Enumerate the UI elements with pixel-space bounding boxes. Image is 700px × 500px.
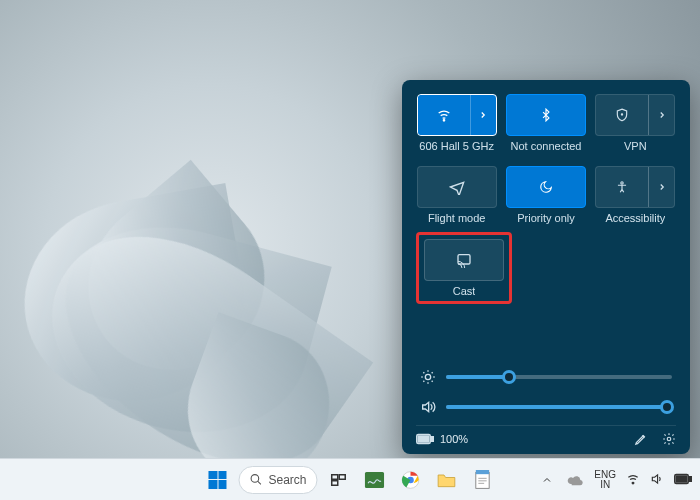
- svg-point-9: [251, 475, 259, 483]
- pinned-app-1[interactable]: [360, 465, 390, 495]
- tray-battery[interactable]: [674, 473, 692, 487]
- wifi-toggle[interactable]: [418, 95, 470, 135]
- svg-rect-21: [676, 476, 687, 482]
- desktop-wallpaper: 606 Hall 5 GHz Not connected VPN: [0, 0, 700, 500]
- language-bottom: IN: [600, 480, 610, 490]
- shield-icon: [615, 108, 629, 122]
- chrome-icon: [401, 470, 421, 490]
- bluetooth-label: Not connected: [511, 140, 582, 152]
- quick-tiles-grid: 606 Hall 5 GHz Not connected VPN: [416, 94, 676, 224]
- brightness-track[interactable]: [446, 375, 672, 379]
- vpn-tile[interactable]: [595, 94, 675, 136]
- svg-rect-3: [458, 255, 470, 264]
- svg-rect-6: [431, 437, 433, 442]
- svg-rect-12: [332, 480, 338, 485]
- accessibility-tile[interactable]: [595, 166, 675, 208]
- battery-icon: [416, 433, 434, 445]
- taskbar: Search: [0, 458, 700, 500]
- cloud-icon: [567, 474, 583, 486]
- svg-rect-7: [418, 436, 429, 442]
- battery-icon: [674, 473, 692, 485]
- focus-label: Priority only: [517, 212, 574, 224]
- volume-icon: [650, 472, 664, 486]
- accessibility-label: Accessibility: [605, 212, 665, 224]
- tray-onedrive[interactable]: [566, 465, 584, 495]
- chevron-right-icon: [478, 110, 488, 120]
- taskbar-search[interactable]: Search: [238, 466, 317, 494]
- svg-rect-17: [476, 470, 489, 474]
- chevron-right-icon: [657, 110, 667, 120]
- svg-point-18: [632, 482, 634, 484]
- wifi-icon: [436, 107, 452, 123]
- cast-label: Cast: [453, 285, 476, 297]
- svg-point-2: [621, 182, 623, 184]
- wifi-expand-button[interactable]: [470, 95, 496, 135]
- wifi-label: 606 Hall 5 GHz: [419, 140, 494, 152]
- cast-tile[interactable]: [424, 239, 504, 281]
- search-placeholder: Search: [268, 473, 306, 487]
- tray-volume[interactable]: [650, 472, 664, 488]
- flight-mode-tile[interactable]: [417, 166, 497, 208]
- brightness-slider[interactable]: [420, 369, 672, 385]
- accessibility-toggle[interactable]: [596, 167, 648, 207]
- battery-percent-text: 100%: [440, 433, 468, 445]
- edit-quick-settings-button[interactable]: [634, 432, 648, 446]
- tray-network[interactable]: [626, 472, 640, 488]
- notepad-icon: [474, 470, 492, 490]
- volume-track[interactable]: [446, 405, 672, 409]
- vpn-toggle[interactable]: [596, 95, 648, 135]
- tray-overflow-button[interactable]: [538, 465, 556, 495]
- svg-rect-10: [332, 474, 338, 479]
- vpn-label: VPN: [624, 140, 647, 152]
- app-icon: [365, 472, 385, 488]
- wifi-tile[interactable]: [417, 94, 497, 136]
- wifi-icon: [626, 472, 640, 486]
- task-view-icon: [330, 471, 348, 489]
- bluetooth-icon: [539, 108, 553, 122]
- task-view-button[interactable]: [324, 465, 354, 495]
- svg-rect-20: [689, 476, 691, 481]
- cast-highlight-annotation: Cast: [416, 232, 512, 304]
- start-button[interactable]: [202, 465, 232, 495]
- accessibility-expand-button[interactable]: [648, 167, 674, 207]
- quick-settings-footer: 100%: [416, 425, 676, 446]
- gear-icon: [662, 432, 676, 446]
- svg-point-1: [622, 114, 623, 115]
- chevron-up-icon: [541, 474, 553, 486]
- vpn-expand-button[interactable]: [648, 95, 674, 135]
- flight-mode-label: Flight mode: [428, 212, 485, 224]
- focus-tile[interactable]: [506, 166, 586, 208]
- bluetooth-tile[interactable]: [506, 94, 586, 136]
- search-icon: [249, 473, 262, 486]
- volume-slider[interactable]: [420, 399, 672, 415]
- pencil-icon: [634, 432, 648, 446]
- accessibility-icon: [615, 180, 629, 194]
- windows-logo-icon: [208, 471, 226, 489]
- notepad-app[interactable]: [468, 465, 498, 495]
- cast-icon: [456, 252, 472, 268]
- svg-point-4: [425, 374, 430, 379]
- file-explorer-app[interactable]: [432, 465, 462, 495]
- volume-icon: [420, 399, 436, 415]
- svg-rect-13: [365, 472, 384, 488]
- svg-point-0: [443, 120, 444, 121]
- svg-rect-11: [339, 474, 345, 479]
- svg-point-8: [667, 437, 671, 441]
- language-indicator[interactable]: ENG IN: [594, 470, 616, 490]
- folder-icon: [437, 471, 457, 489]
- quick-settings-panel: 606 Hall 5 GHz Not connected VPN: [402, 80, 690, 454]
- brightness-icon: [420, 369, 436, 385]
- chevron-right-icon: [657, 182, 667, 192]
- chrome-app[interactable]: [396, 465, 426, 495]
- language-top: ENG: [594, 470, 616, 480]
- airplane-icon: [449, 179, 465, 195]
- moon-icon: [539, 180, 553, 194]
- all-settings-button[interactable]: [662, 432, 676, 446]
